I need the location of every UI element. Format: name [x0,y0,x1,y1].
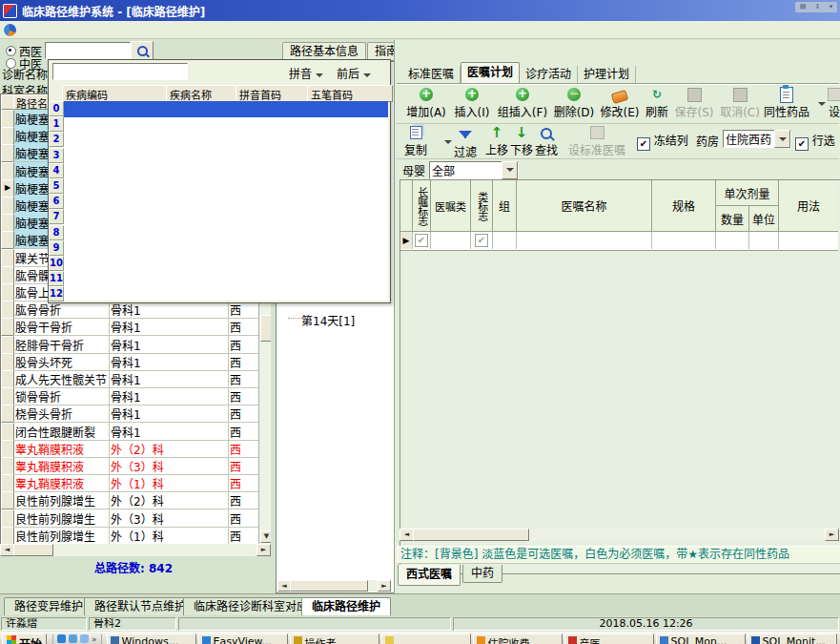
mother-infant-dropdown-icon[interactable] [502,161,518,179]
row-selector[interactable] [1,491,14,509]
titlebar-widget[interactable]: ▤ ↕ ▾ [795,2,837,12]
freeze-check-icon[interactable]: ✔ [637,137,650,151]
row-number-5[interactable]: 5 [49,178,64,194]
cell-path-name[interactable]: 良性前列腺增生 [13,509,110,528]
row-number-9[interactable]: 9 [49,240,64,256]
cell-type[interactable]: 西 [228,370,260,388]
col-group[interactable]: 组 [493,180,517,232]
cell-path-name[interactable]: 睾丸鞘膜积液 [13,440,110,458]
row-number-12[interactable]: 12 [49,286,64,301]
orders-tab-护理计划[interactable]: 护理计划 [578,66,636,83]
cell-dept-name[interactable]: 外（2）科 [109,440,229,458]
row-selector[interactable] [1,405,14,423]
row-number-11[interactable]: 11 [49,271,64,286]
orders-hscroll-left-icon[interactable]: ◄ [400,529,414,541]
pathway-row[interactable]: 桡骨头骨折骨科1西 [1,405,259,422]
cell-path-name[interactable]: 闭合性跟腱断裂 [13,423,110,441]
row-select-checkbox[interactable]: ✔ 行选 [795,132,835,151]
row-selector[interactable] [1,214,14,232]
cell-dept-name[interactable]: 骨科1 [109,318,229,336]
row-selector[interactable] [1,370,14,388]
row-selector[interactable] [1,336,14,354]
row-number-4[interactable]: 4 [49,163,64,178]
set-standard-order-button[interactable]: 设标准医嘱 [568,125,625,157]
cell-dept-name[interactable]: 骨科1 [109,387,229,405]
row-number-1[interactable]: 1 [49,116,64,132]
cell-type[interactable]: 西 [228,387,260,405]
copy-button[interactable]: 复制 [404,125,427,157]
tree-hscroll-right-icon[interactable]: ► [378,580,391,592]
mother-infant-select[interactable]: 全部 [429,161,519,179]
orders-tab-医嘱计划[interactable]: 医嘱计划 [461,62,520,83]
taskbar-button-操作者...[interactable]: 操作者... [290,634,379,644]
row-selector[interactable] [1,423,14,441]
quicklaunch-icon-3[interactable] [80,634,89,643]
taskbar-button-住院收费...[interactable]: 住院收费... [473,634,563,644]
设-button[interactable]: 设 [828,87,840,119]
orders-hscroll-right-icon[interactable]: ► [825,529,839,541]
hscroll-thumb[interactable] [13,544,53,556]
cell-dept-name[interactable]: 骨科1 [109,370,229,388]
disease-col-疾病编码[interactable]: 疾病编码 [62,85,171,102]
hscroll-left-icon[interactable]: ◄ [0,544,14,556]
row-selector[interactable] [1,162,14,180]
disease-col-疾病名称[interactable]: 疾病名称 [166,85,240,102]
cell-type[interactable]: 西 [228,457,260,475]
move-down-button[interactable]: ↓ 下移 [510,125,533,157]
cell-dept-name[interactable]: 外（1）科 [109,527,229,545]
删除(D)-button[interactable]: −删除(D) [553,87,595,119]
同性药品-button[interactable]: 同性药品 [763,87,810,119]
col-spec[interactable]: 规格 [652,180,716,232]
取消(C)-button[interactable]: 取消(C) [719,87,761,119]
sort-pinyin-button[interactable]: 拼音 [289,65,323,81]
orders-bottom-tab-西式医嘱[interactable]: 西式医嘱 [398,565,461,586]
pathway-row[interactable]: 良性前列腺增生外（2）科西 [1,491,259,509]
row-selector[interactable] [1,353,14,371]
cell-path-name[interactable]: 良性前列腺增生 [13,491,110,509]
cell-dept-name[interactable]: 骨科1 [109,405,229,423]
orders-bottom-tab-中药[interactable]: 中药 [462,565,502,583]
row-selector[interactable] [1,387,14,405]
col-unit[interactable]: 单位 [749,206,779,232]
cell-type[interactable]: 西 [228,301,260,319]
row-selector[interactable] [1,318,14,336]
sort-order-button[interactable]: 前后 [337,65,371,81]
module-tab-路径默认节点维护[interactable]: 路径默认节点维护 [84,597,196,615]
row-selector[interactable] [1,457,14,475]
row-number-10[interactable]: 10 [49,256,64,271]
cell-unit[interactable] [749,232,779,249]
cell-type[interactable]: 西 [228,527,260,545]
move-up-button[interactable]: ↑ 上移 [485,125,508,157]
pathway-row[interactable]: 成人先天性髋关节骨科1西 [1,370,259,387]
orders-tab-诊疗活动[interactable]: 诊疗活动 [520,66,578,83]
taskbar-button-SQL Mon...[interactable]: SQL Mon... [656,634,746,644]
tree-hscroll-left-icon[interactable]: ◄ [277,580,291,592]
pathway-row[interactable]: 良性前列腺增生外（1）科西 [1,527,259,544]
row-selector[interactable] [1,110,14,128]
col-qty[interactable]: 数量 [716,206,749,232]
cell-dept-name[interactable]: 外（2）科 [109,491,229,509]
filter-button[interactable]: 过滤 [454,125,477,159]
disease-selected-row[interactable] [62,101,388,117]
copy-dropdown-icon[interactable] [444,140,452,144]
drug-dropdown-icon[interactable] [818,102,826,106]
cell-dept-name[interactable]: 骨科1 [109,353,229,371]
find-button[interactable]: 查找 [535,125,558,157]
col-order-type[interactable]: 医嘱类 [431,180,471,232]
cell-path-name[interactable]: 桡骨头骨折 [13,405,110,423]
cell-order-type[interactable] [431,232,471,249]
cell-type[interactable]: 西 [228,509,260,528]
disease-col-五笔首码[interactable]: 五笔首码 [307,85,393,102]
增加(A)-button[interactable]: +增加(A) [404,87,448,119]
start-button[interactable]: 开始 [2,634,47,644]
row-selector[interactable] [1,249,14,267]
row-number-8[interactable]: 8 [49,225,64,240]
pathway-row[interactable]: 良性前列腺增生外（3）科西 [1,509,259,527]
tree-hscrollbar[interactable]: ◄ ► [277,580,391,592]
row-selector[interactable] [1,474,14,492]
pathway-row[interactable]: 股骨头坏死骨科1西 [1,353,259,370]
cell-type[interactable]: 西 [228,423,260,441]
col-order-name[interactable]: 医嘱名称 [517,180,652,232]
col-single-dose[interactable]: 单次剂量 [716,180,779,206]
cell-path-name[interactable]: 股骨干骨折 [13,318,110,336]
